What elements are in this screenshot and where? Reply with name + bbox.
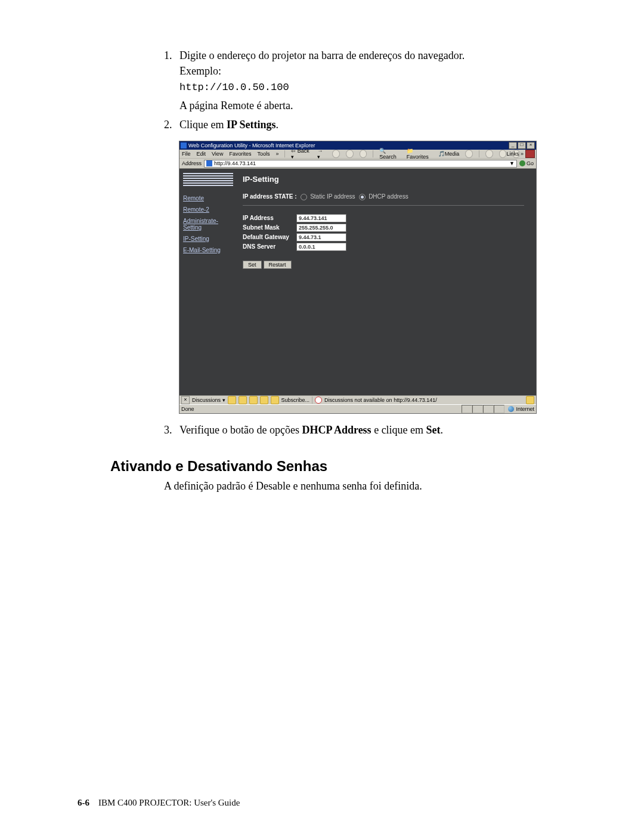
row-mask: Subnet Mask 255.255.255.0 [243,224,536,232]
address-bar: Address http://9.44.73.141 ▼ Go [179,159,536,169]
list-text: Verifique o botão de opções DHCP Address… [179,422,489,438]
divider [243,205,524,206]
state-label: IP address STATE : [243,193,297,200]
row-ip: IP Address 9.44.73.141 [243,214,536,222]
section-heading: Ativando e Desativando Senhas [110,458,608,475]
menu-edit[interactable]: Edit [197,151,206,157]
back-button[interactable]: ⇦ Back ▾ [291,148,311,160]
list-text: Clique em IP Settings. [179,117,489,132]
menu-view[interactable]: View [212,151,223,157]
discussions-bar: × Discussions ▾ Subscribe... Discussions… [179,395,536,404]
footer-title: IBM C400 PROJECTOR: User's Guide [98,798,240,807]
list-text: Digite o endereço do projetor na barra d… [179,48,489,113]
list-number: 2. [164,117,179,132]
print-icon[interactable] [499,150,507,158]
list-number: 3. [164,422,179,438]
refresh-icon[interactable] [346,150,354,158]
status-done: Done [181,406,194,413]
step3-suffix: . [441,424,444,436]
nav-admin[interactable]: Administrate-Setting [183,218,233,231]
disc-icon[interactable] [228,396,236,404]
status-cells [462,405,504,413]
nav-email[interactable]: E-Mail-Setting [183,247,233,253]
list-item: 1. Digite o endereço do projetor na barr… [164,48,489,113]
disc-icon[interactable] [249,396,258,404]
minimize-button[interactable]: _ [509,142,517,149]
disc-right-icon[interactable] [526,396,534,404]
step3-prefix: Verifique o botão de opções [179,424,302,436]
step3-bold2: Set [426,424,441,436]
section-para: A definição padrão é Desable e nenhuma s… [164,478,489,494]
disc-icon[interactable] [239,396,247,404]
favorites-button[interactable]: 📁Favorites [407,148,432,160]
row-gw: Default Gateway 9.44.73.1 [243,233,536,241]
browser-window: Web Configuration Utility - Microsoft In… [179,141,537,414]
media-button[interactable]: 🎵Media [438,151,460,157]
step2-suffix: . [276,119,279,131]
document-page: 1. Digite o endereço do projetor na barr… [0,0,644,833]
go-icon [519,160,525,166]
radio-static[interactable] [301,194,307,200]
search-button[interactable]: 🔍Search [379,148,400,160]
label-ip: IP Address [243,215,293,221]
step1-after: A página Remote é aberta. [179,98,489,113]
page-content: Remote Remote-2 Administrate-Setting IP-… [179,169,536,395]
address-label: Address [182,160,202,166]
discussions-msg: Discussions not available on http://9.44… [324,397,437,403]
maximize-button[interactable]: □ [518,142,526,149]
disc-icon[interactable] [271,396,279,404]
menu-file[interactable]: File [182,151,191,157]
ip-state-row: IP address STATE : Static IP address DHC… [243,193,536,203]
close-discussions-button[interactable]: × [181,396,190,404]
list-number: 1. [164,48,179,113]
step1-code: http://10.0.50.100 [179,82,289,93]
discussions-label[interactable]: Discussions ▾ [192,397,225,403]
mail-icon[interactable] [485,150,493,158]
set-button[interactable]: Set [243,261,262,269]
unavailable-icon [315,397,322,404]
page-footer: 6-6 IBM C400 PROJECTOR: User's Guide [78,798,240,808]
ibm-logo [183,172,233,187]
disc-icon[interactable] [260,396,268,404]
panel-heading: IP-Setting [243,175,536,184]
sidebar: Remote Remote-2 Administrate-Setting IP-… [179,169,237,395]
input-mask[interactable]: 255.255.255.0 [296,224,346,232]
step3-mid: e clique em [371,424,426,436]
nav-remote2[interactable]: Remote-2 [183,206,233,213]
forward-button[interactable]: → ▾ [317,148,326,160]
step1-text: Digite o endereço do projetor na barra d… [179,49,465,77]
page-icon [206,160,212,166]
history-icon[interactable] [465,150,473,158]
label-mask: Subnet Mask [243,224,293,231]
go-button[interactable]: Go [519,160,534,166]
menu-tools[interactable]: Tools [257,151,270,157]
input-gw[interactable]: 9.44.73.1 [296,233,346,241]
subscribe-button[interactable]: Subscribe... [281,397,310,403]
restart-button[interactable]: Restart [264,261,292,269]
stop-icon[interactable] [332,150,340,158]
input-dns[interactable]: 0.0.0.1 [296,243,346,251]
menu-bar: File Edit View Favorites Tools » ⇦ Back … [179,150,536,159]
radio-dhcp[interactable] [359,194,366,200]
address-input[interactable]: http://9.44.73.141 ▼ [204,160,517,168]
nav-remote[interactable]: Remote [183,195,233,202]
title-bar: Web Configuration Utility - Microsoft In… [179,141,536,150]
list-item: 3. Verifique o botão de opções DHCP Addr… [164,422,489,438]
opt-static: Static IP address [310,193,355,200]
close-button[interactable]: × [527,142,535,149]
list-item: 2. Clique em IP Settings. [164,117,489,132]
opt-dhcp: DHCP address [369,193,408,200]
nav-ip[interactable]: IP-Setting [183,236,233,242]
menu-favorites[interactable]: Favorites [229,151,251,157]
throbber-icon [525,150,535,158]
main-panel: IP-Setting IP address STATE : Static IP … [237,169,536,395]
label-gw: Default Gateway [243,234,293,240]
links-label[interactable]: Links » [506,151,524,157]
page-number: 6-6 [78,798,89,807]
security-zone: Internet [508,406,534,412]
home-icon[interactable] [360,150,367,158]
globe-icon [508,406,514,412]
step2-prefix: Clique em [179,119,227,131]
input-ip[interactable]: 9.44.73.141 [296,214,346,222]
status-bar: Done Internet [179,404,536,413]
